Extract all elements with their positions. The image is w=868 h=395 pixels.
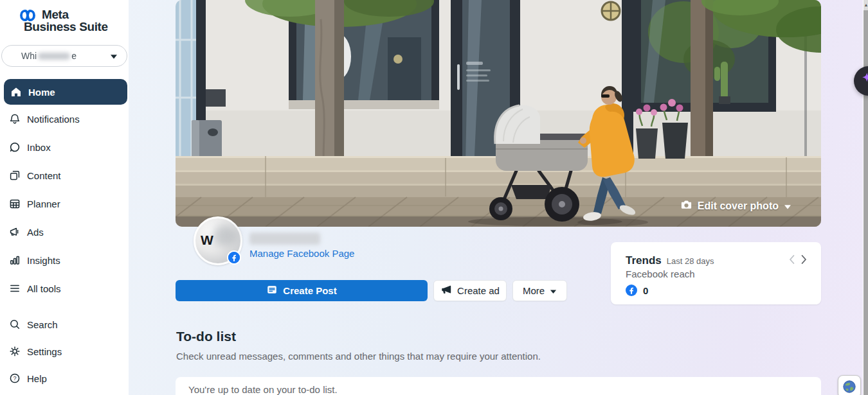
sidebar-item-content[interactable]: Content — [0, 161, 129, 189]
manage-facebook-page-link[interactable]: Manage Facebook Page — [249, 248, 354, 259]
chat-bubble-icon — [8, 141, 21, 154]
meta-business-suite-app: Meta Business Suite Whi e Home — [0, 0, 868, 395]
sidebar-item-label: Content — [27, 170, 61, 181]
sidebar-item-search[interactable]: Search — [0, 311, 129, 338]
business-name-redacted — [38, 53, 70, 60]
bell-icon — [8, 112, 21, 125]
gear-icon — [8, 345, 21, 358]
sidebar-item-label: Notifications — [27, 114, 80, 125]
help-icon: ? — [8, 372, 21, 385]
create-post-label: Create Post — [283, 285, 336, 296]
meta-business-suite-logo[interactable]: Meta Business Suite — [0, 0, 129, 39]
todo-list-card: You're up to date on your to-do list. — [176, 377, 821, 395]
edit-cover-photo-button[interactable]: Edit cover photo — [680, 198, 791, 213]
more-label: More — [523, 285, 545, 296]
megaphone-icon — [440, 284, 452, 297]
cover-photo: Edit cover photo — [176, 0, 821, 227]
sidebar-item-planner[interactable]: Planner — [0, 189, 129, 218]
sidebar-nav: Home Notifications Inbox — [0, 79, 129, 392]
create-ad-button[interactable]: Create ad — [433, 280, 507, 301]
sidebar-item-label: Settings — [27, 346, 62, 357]
ai-assistant-button[interactable] — [854, 66, 868, 96]
trends-card: Trends Last 28 days Facebook reach 0 — [611, 242, 821, 304]
sidebar-item-inbox[interactable]: Inbox — [0, 133, 129, 161]
avatar-letter: W — [201, 233, 213, 248]
sidebar-item-label: Ads — [27, 227, 44, 238]
page-actions: Create Post Create ad More — [176, 280, 567, 301]
avatar-blur-blob — [212, 225, 238, 247]
megaphone-icon — [8, 225, 21, 238]
more-button[interactable]: More — [512, 280, 567, 301]
trends-metric-label: Facebook reach — [626, 268, 807, 279]
calendar-icon — [8, 197, 21, 210]
sidebar-item-label: All tools — [27, 283, 61, 294]
brand-line2: Business Suite — [24, 20, 108, 34]
todo-empty-message: You're up to date on your to-do list. — [188, 384, 808, 395]
create-ad-label: Create ad — [457, 285, 500, 296]
translate-extension-button[interactable] — [838, 375, 861, 395]
sidebar-item-ads[interactable]: Ads — [0, 218, 129, 246]
business-switcher-dropdown[interactable]: Whi e — [1, 45, 127, 67]
business-name-suffix: e — [71, 51, 77, 61]
sidebar-item-label: Help — [27, 373, 47, 384]
chevron-left-icon[interactable] — [789, 255, 795, 264]
page-name-redacted — [249, 233, 320, 245]
sidebar-item-all-tools[interactable]: All tools — [0, 274, 129, 303]
page-avatar[interactable]: W — [194, 216, 242, 265]
trends-period: Last 28 days — [667, 256, 714, 266]
todo-list-subtitle: Check unread messages, comments and othe… — [176, 351, 541, 362]
svg-text:?: ? — [13, 375, 16, 382]
bar-chart-icon — [8, 254, 21, 267]
create-post-button[interactable]: Create Post — [176, 280, 428, 301]
globe-icon — [842, 380, 856, 394]
todo-list-title: To-do list — [176, 329, 236, 344]
business-name-prefix: Whi — [21, 51, 37, 61]
facebook-icon — [626, 285, 637, 296]
cover-photo-illustration — [176, 0, 821, 227]
scrollbar-up-arrow[interactable]: ▲ — [863, 0, 868, 10]
sidebar-item-help[interactable]: ? Help — [0, 365, 129, 392]
camera-icon — [680, 198, 692, 213]
menu-lines-icon — [8, 282, 21, 295]
search-icon — [8, 318, 21, 331]
chevron-down-icon — [550, 285, 557, 296]
sidebar-item-insights[interactable]: Insights — [0, 246, 129, 274]
chevron-right-icon[interactable] — [801, 255, 807, 264]
trends-title: Trends — [626, 254, 662, 267]
sparkles-icon — [860, 71, 868, 91]
facebook-badge-icon — [227, 250, 241, 265]
sidebar-item-home[interactable]: Home — [4, 79, 127, 105]
edit-cover-photo-label: Edit cover photo — [698, 200, 779, 212]
browser-scrollbar[interactable]: ▲ — [863, 0, 868, 395]
post-icon — [266, 284, 278, 297]
sidebar-item-label: Home — [28, 87, 55, 98]
sidebar-item-label: Search — [27, 319, 58, 330]
sidebar: Meta Business Suite Whi e Home — [0, 0, 129, 395]
sidebar-item-settings[interactable]: Settings — [0, 338, 129, 365]
sidebar-item-label: Inbox — [27, 142, 51, 153]
content-icon — [8, 169, 21, 182]
facebook-reach-count: 0 — [643, 285, 648, 296]
chevron-down-icon — [784, 200, 791, 212]
sidebar-divider-gap — [0, 303, 129, 311]
sidebar-item-label: Insights — [27, 255, 60, 266]
chevron-down-icon — [110, 50, 118, 62]
home-icon — [10, 85, 23, 98]
sidebar-item-notifications[interactable]: Notifications — [0, 105, 129, 133]
sidebar-item-label: Planner — [27, 198, 60, 209]
